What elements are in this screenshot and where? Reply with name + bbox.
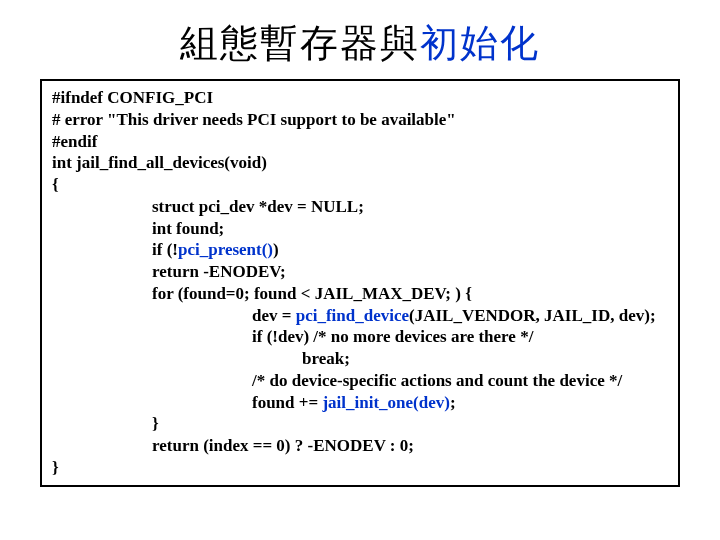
code-line: #endif [52,131,668,153]
code-line: /* do device-specific actions and count … [52,370,668,392]
code-line: found += jail_init_one(dev); [52,392,668,414]
code-line: if (!dev) /* no more devices are there *… [52,326,668,348]
slide-title: 組態暫存器與初始化 [0,0,720,79]
title-text-black: 組態暫存器與 [180,22,420,64]
code-box: #ifndef CONFIG_PCI # error "This driver … [40,79,680,487]
code-line: struct pci_dev *dev = NULL; [52,196,668,218]
code-line: int found; [52,218,668,240]
code-line: break; [52,348,668,370]
code-line: return (index == 0) ? -ENODEV : 0; [52,435,668,457]
code-line: } [52,457,668,479]
code-line: return -ENODEV; [52,261,668,283]
code-line: #ifndef CONFIG_PCI [52,87,668,109]
code-line: int jail_find_all_devices(void) [52,152,668,174]
code-line: # error "This driver needs PCI support t… [52,109,668,131]
code-line: for (found=0; found < JAIL_MAX_DEV; ) { [52,283,668,305]
code-line: { [52,174,668,196]
code-line: dev = pci_find_device(JAIL_VENDOR, JAIL_… [52,305,668,327]
code-line: if (!pci_present()) [52,239,668,261]
code-line: } [52,413,668,435]
title-text-blue: 初始化 [420,22,540,64]
